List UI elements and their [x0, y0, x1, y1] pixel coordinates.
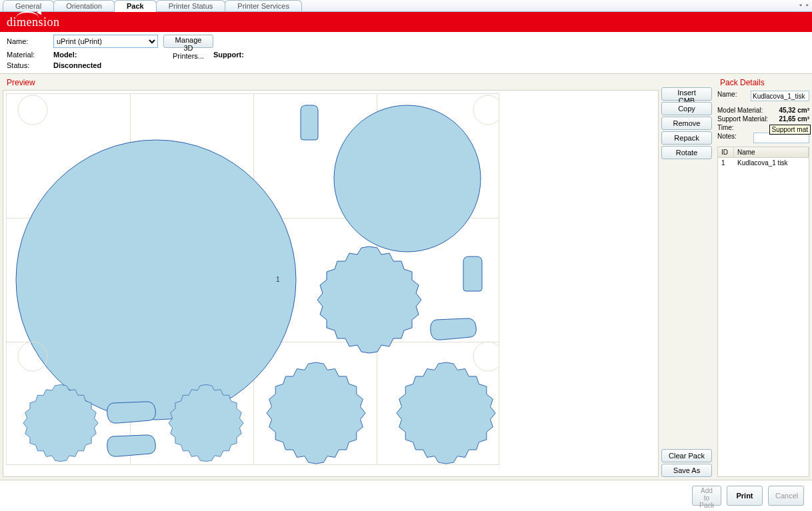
dialog-footer: Add to Pack Print Cancel [0, 480, 812, 511]
tab-general[interactable]: General [3, 0, 54, 11]
manage-printers-button[interactable]: Manage 3D Printers... [163, 35, 213, 48]
tab-bar: General Orientation Pack Printer Status … [0, 0, 812, 12]
part-tag-1[interactable] [301, 105, 318, 140]
part-lozenge-3[interactable] [107, 435, 156, 457]
part-tag-2[interactable] [463, 256, 482, 291]
part-large-disc[interactable] [16, 140, 296, 420]
partlist-col-name[interactable]: Name [734, 147, 809, 157]
copy-button[interactable]: Copy [661, 102, 712, 115]
part-lozenge-1[interactable] [431, 318, 477, 340]
packed-parts: 1 [6, 93, 499, 465]
print-button[interactable]: Print [727, 486, 763, 506]
part-gear-mid-1[interactable] [267, 362, 365, 464]
model-label-field: Model: [53, 51, 160, 59]
preview-canvas[interactable]: 1 [3, 90, 659, 477]
insert-cmb-button[interactable]: Insert CMB [661, 87, 712, 101]
support-material-label: Support Material: [717, 115, 768, 123]
part-lozenge-2[interactable] [107, 402, 156, 424]
clear-pack-button[interactable]: Clear Pack [661, 449, 712, 462]
tab-printer-services[interactable]: Printer Services [225, 0, 302, 11]
partlist-col-id[interactable]: ID [718, 147, 734, 157]
time-label: Time: [717, 124, 734, 131]
cancel-button[interactable]: Cancel [768, 486, 804, 506]
brand-logo: dimension [7, 15, 60, 29]
slot-circle-4 [473, 342, 499, 371]
part-gear-mid-2[interactable] [397, 362, 495, 464]
add-to-pack-button[interactable]: Add to Pack [692, 486, 721, 506]
part-medium-disc[interactable] [334, 105, 481, 252]
notes-label: Notes: [717, 133, 737, 143]
preview-side-buttons: Insert CMB Copy Remove Repack Rotate Cle… [661, 77, 715, 477]
tab-pack[interactable]: Pack [114, 0, 157, 12]
notes-tooltip: Support mat [769, 125, 811, 135]
tab-printer-status[interactable]: Printer Status [156, 0, 226, 11]
material-label: Material: [7, 51, 53, 59]
rotate-button[interactable]: Rotate [661, 146, 712, 159]
partlist-row[interactable]: 1 Kudlacova_1 tisk [718, 158, 809, 168]
slot-circle-2 [473, 95, 499, 125]
printer-info-strip: Name: uPrint (uPrint) Manage 3D Printers… [0, 32, 812, 74]
tab-scroll-arrows[interactable]: ◂ ▸ [799, 1, 809, 8]
preview-title: Preview [3, 77, 659, 90]
slot-circle-1 [18, 95, 47, 125]
status-label: Status: [7, 61, 53, 69]
support-material-value: 21,65 cm³ [779, 115, 809, 123]
pack-name-label: Name: [717, 91, 737, 101]
pack-details-title: Pack Details [717, 77, 809, 90]
pack-part-list[interactable]: ID Name 1 Kudlacova_1 tisk [717, 147, 809, 477]
model-material-label: Model Material: [717, 107, 763, 114]
model-material-value: 45,32 cm³ [779, 107, 809, 114]
save-as-button[interactable]: Save As [661, 464, 712, 477]
repack-button[interactable]: Repack [661, 131, 712, 145]
pack-details-pane: Pack Details Name: Model Material: 45,32… [717, 77, 809, 477]
brand-banner: dimension [0, 12, 812, 32]
name-label: Name: [7, 37, 53, 45]
tab-orientation[interactable]: Orientation [53, 0, 115, 11]
status-value: Disconnected [53, 61, 160, 69]
part-gear-large[interactable] [317, 247, 421, 353]
preview-pane: Preview 1 [3, 77, 659, 477]
printer-select[interactable]: uPrint (uPrint) [53, 35, 158, 48]
support-label-field: Support: [213, 51, 320, 59]
pack-name-input[interactable] [751, 91, 809, 101]
part-label-1: 1 [276, 276, 280, 283]
remove-button[interactable]: Remove [661, 117, 712, 130]
